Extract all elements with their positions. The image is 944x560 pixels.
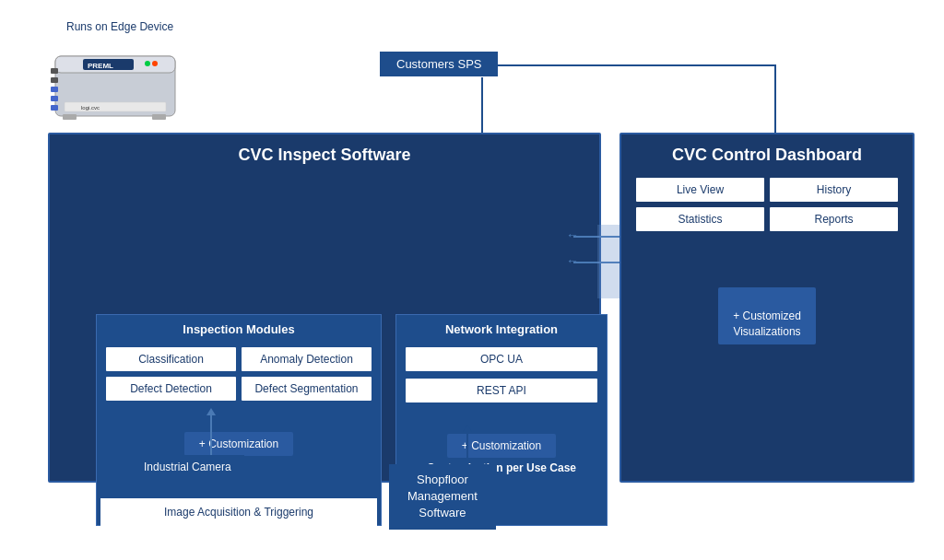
sps-horizontal-line [481, 64, 776, 66]
custom-viz-btn[interactable]: + Customized Visualizations [718, 287, 816, 344]
dashboard-statistics: Statistics [636, 207, 764, 231]
cvc-dashboard-title: CVC Control Dashboard [621, 134, 913, 172]
inspection-modules-title: Inspection Modules [97, 315, 381, 342]
dashboard-modules-grid: Live View History Statistics Reports [621, 172, 913, 237]
network-integration-title: Network Integration [396, 315, 607, 342]
svg-rect-3 [51, 77, 58, 83]
customization-btn-left[interactable]: + Customization [184, 432, 293, 456]
cvc-dashboard-box: CVC Control Dashboard Live View History … [620, 133, 914, 483]
customization-btn-mid[interactable]: + Customization [447, 434, 556, 458]
module-defect-detection: Defect Detection [106, 377, 236, 401]
svg-rect-2 [51, 68, 58, 74]
customers-sps-label: Customers SPS [396, 57, 481, 71]
sps-vertical-line [774, 64, 776, 134]
inspection-modules-grid: Classification Anomaly Detection Defect … [97, 342, 381, 406]
opcua-box: OPC UA [406, 347, 597, 371]
edge-device-image: PREML logi.cvc [46, 33, 184, 129]
image-acquisition-box: Image Acquisition & Triggering [100, 498, 377, 526]
svg-point-12 [152, 61, 158, 66]
dashboard-history: History [770, 178, 898, 202]
restapi-box: REST API [406, 379, 597, 402]
diagram-container: Runs on Edge Device PREML logi.cvc [20, 13, 924, 547]
module-anomaly: Anomaly Detection [242, 347, 372, 371]
cvc-inspect-box: CVC Inspect Software Inspection Modules … [48, 133, 601, 483]
svg-rect-10 [152, 114, 166, 120]
module-defect-segmentation: Defect Segmentation [242, 377, 372, 401]
svg-rect-9 [63, 114, 77, 120]
cvc-inspect-title: CVC Inspect Software [50, 134, 599, 172]
svg-rect-5 [51, 96, 58, 101]
inspection-modules-box: Inspection Modules Classification Anomal… [96, 314, 382, 526]
svg-text:logi.cvc: logi.cvc [81, 105, 100, 111]
camera-up-arrow [210, 414, 212, 455]
dashboard-reports: Reports [770, 207, 898, 231]
svg-rect-6 [51, 105, 58, 111]
module-classification: Classification [106, 347, 236, 371]
dashboard-live-view: Live View [636, 178, 764, 202]
svg-text:PREML: PREML [88, 62, 113, 70]
api-boxes: OPC UA REST API [396, 342, 607, 408]
industrial-camera-box: Industrial Camera [131, 455, 244, 479]
svg-rect-4 [51, 87, 58, 92]
edge-device-label: Runs on Edge Device [66, 20, 173, 33]
svg-rect-13 [65, 102, 166, 111]
shopfloor-box: Shopfloor Management Software [389, 464, 496, 530]
svg-point-11 [145, 61, 150, 66]
shopfloor-up-arrow [466, 430, 468, 465]
